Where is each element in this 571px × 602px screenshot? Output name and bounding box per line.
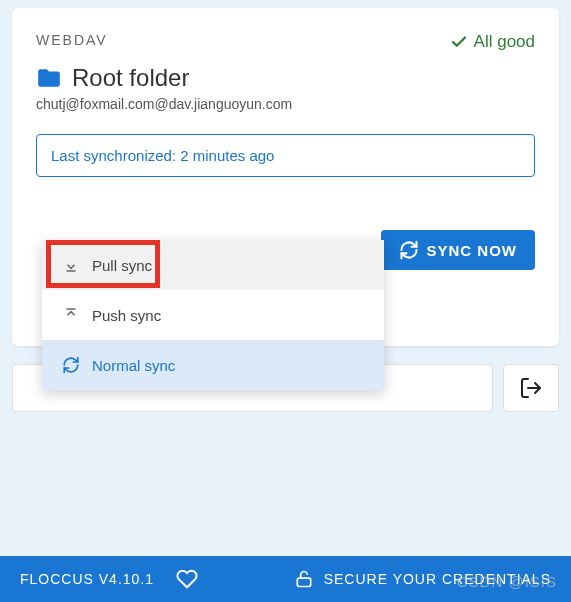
footer-bar: FLOCCUS V4.10.1 SECURE YOUR CREDENTIALS xyxy=(0,556,571,602)
account-address: chutj@foxmail.com@dav.jianguoyun.com xyxy=(36,96,535,112)
svg-rect-3 xyxy=(297,578,310,586)
folder-name: Root folder xyxy=(72,64,189,92)
donate-button[interactable] xyxy=(176,568,198,590)
secure-credentials-label: SECURE YOUR CREDENTIALS xyxy=(324,571,551,587)
pull-sync-option[interactable]: Pull sync xyxy=(42,240,384,290)
export-button[interactable] xyxy=(503,364,559,412)
card-header: WEBDAV All good xyxy=(36,32,535,52)
folder-row: Root folder xyxy=(36,64,535,92)
status-indicator: All good xyxy=(450,32,535,52)
push-sync-label: Push sync xyxy=(92,307,161,324)
protocol-label: WEBDAV xyxy=(36,32,108,48)
sync-now-label: SYNC NOW xyxy=(427,242,518,259)
secure-credentials-button[interactable]: SECURE YOUR CREDENTIALS xyxy=(294,569,551,589)
status-text: All good xyxy=(474,32,535,52)
app-version: FLOCCUS V4.10.1 xyxy=(20,571,154,587)
lock-open-icon xyxy=(294,569,314,589)
pull-sync-label: Pull sync xyxy=(92,257,152,274)
sync-now-button[interactable]: SYNC NOW xyxy=(381,230,536,270)
svg-rect-1 xyxy=(67,308,76,310)
normal-sync-label: Normal sync xyxy=(92,357,175,374)
normal-sync-option[interactable]: Normal sync xyxy=(42,340,384,390)
folder-icon xyxy=(36,65,62,91)
sync-mode-dropdown: Pull sync Push sync Normal sync xyxy=(42,240,384,390)
arrow-up-icon xyxy=(62,306,80,324)
sync-status-box: Last synchronized: 2 minutes ago xyxy=(36,134,535,177)
heart-icon xyxy=(176,568,198,590)
export-icon xyxy=(519,376,543,400)
svg-rect-0 xyxy=(67,270,76,272)
sync-icon xyxy=(399,240,419,260)
check-icon xyxy=(450,33,468,51)
push-sync-option[interactable]: Push sync xyxy=(42,290,384,340)
sync-icon xyxy=(62,356,80,374)
arrow-down-icon xyxy=(62,256,80,274)
